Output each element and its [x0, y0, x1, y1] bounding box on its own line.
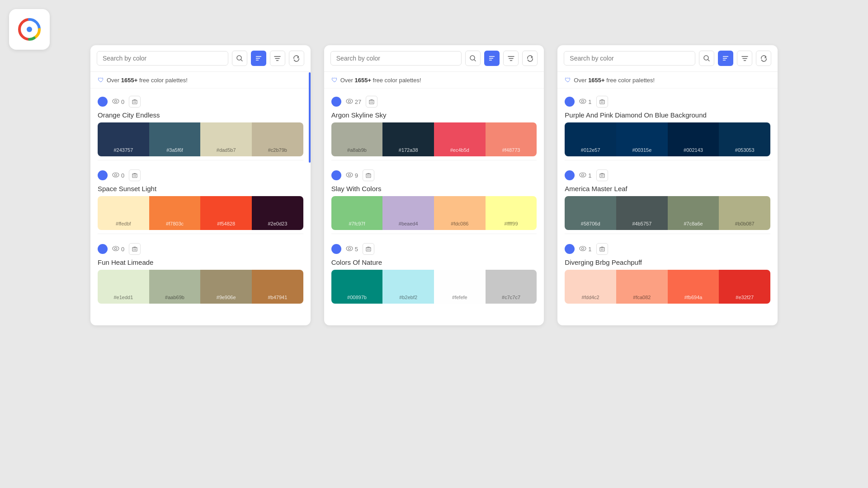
svg-point-14 — [115, 174, 117, 176]
color-swatch[interactable]: #aab69b — [149, 270, 201, 304]
color-swatches[interactable]: #a8ab9b#172a38#ec4b5d#f48773 — [331, 122, 537, 156]
color-swatches[interactable]: #58706d#4b5757#7c8a6e#b0b087 — [565, 196, 770, 230]
info-bar: 🛡 Over 1655+ free color palettes! — [90, 72, 311, 89]
color-swatch[interactable]: #ffff99 — [486, 196, 537, 230]
color-swatch[interactable]: #ec4b5d — [434, 122, 486, 156]
eye-icon — [112, 172, 119, 179]
search-button[interactable] — [699, 51, 714, 66]
search-input[interactable] — [564, 51, 695, 66]
svg-point-73 — [582, 248, 584, 250]
panel-content: 27 Argon Skyline Sky#a8ab9b#172a38#ec4b5… — [324, 89, 544, 311]
delete-button[interactable] — [129, 243, 141, 255]
shield-icon: 🛡 — [565, 76, 571, 84]
color-swatch[interactable]: #58706d — [565, 196, 616, 230]
color-swatch[interactable]: #beaed4 — [382, 196, 434, 230]
palette-meta: 1 — [565, 96, 770, 108]
color-swatch[interactable]: #002143 — [668, 122, 719, 156]
color-swatch[interactable]: #c2b79b — [252, 122, 303, 156]
view-count: 1 — [588, 99, 591, 105]
color-swatch[interactable]: #c7c7c7 — [486, 270, 537, 304]
svg-point-47 — [348, 248, 350, 250]
refresh-button[interactable] — [289, 51, 304, 66]
color-swatch[interactable]: #fefefe — [434, 270, 486, 304]
palette-views: 0 — [112, 98, 124, 105]
color-swatches[interactable]: #00897b#b2ebf2#fefefe#c7c7c7 — [331, 270, 537, 304]
color-swatch[interactable]: #a8ab9b — [331, 122, 383, 156]
color-swatch[interactable]: #7fc97f — [331, 196, 383, 230]
delete-button[interactable] — [366, 96, 377, 108]
search-button[interactable] — [232, 51, 247, 66]
color-swatch[interactable]: #2e0d23 — [252, 196, 303, 230]
color-swatch[interactable]: #3a5f6f — [149, 122, 201, 156]
palette-dot — [98, 244, 108, 254]
svg-point-65 — [580, 173, 586, 177]
color-swatch[interactable]: #b0b087 — [719, 196, 770, 230]
svg-rect-8 — [132, 100, 137, 104]
delete-button[interactable] — [596, 243, 608, 255]
color-swatches[interactable]: #012e57#00315e#002143#053053 — [565, 122, 770, 156]
svg-rect-22 — [132, 248, 137, 251]
color-swatch[interactable]: #243757 — [98, 122, 149, 156]
filter-button[interactable] — [737, 51, 752, 66]
delete-button[interactable] — [363, 243, 374, 255]
color-swatch[interactable]: #e32f27 — [719, 270, 770, 304]
color-swatch[interactable]: #00897b — [331, 270, 383, 304]
sort-button[interactable] — [718, 51, 733, 66]
color-swatches[interactable]: #ffedbf#f7803c#f54828#2e0d23 — [98, 196, 303, 230]
svg-point-7 — [115, 100, 117, 103]
color-swatch[interactable]: #ffedbf — [98, 196, 149, 230]
palette-dot — [331, 97, 341, 107]
color-swatches[interactable]: #e1edd1#aab69b#9e906e#b47941 — [98, 270, 303, 304]
color-swatch[interactable]: #f48773 — [486, 122, 537, 156]
color-swatch[interactable]: #012e57 — [565, 122, 616, 156]
color-swatch[interactable]: #9e906e — [200, 270, 252, 304]
color-swatch[interactable]: #00315e — [616, 122, 668, 156]
sort-button[interactable] — [484, 51, 500, 66]
color-swatch[interactable]: #fca082 — [616, 270, 668, 304]
eye-icon — [346, 98, 353, 105]
color-swatch[interactable]: #e1edd1 — [98, 270, 149, 304]
palette-divider — [565, 234, 770, 234]
shield-icon: 🛡 — [331, 76, 338, 84]
color-swatch[interactable]: #172a38 — [382, 122, 434, 156]
color-swatch[interactable]: #fb694a — [668, 270, 719, 304]
color-swatch[interactable]: #4b5757 — [616, 196, 668, 230]
info-text: Over 1655+ free color palettes! — [574, 77, 655, 84]
color-swatches[interactable]: #fdd4c2#fca082#fb694a#e32f27 — [565, 270, 770, 304]
delete-button[interactable] — [129, 169, 141, 181]
svg-point-21 — [115, 248, 117, 250]
view-count: 0 — [121, 246, 124, 253]
palette-dot — [565, 170, 575, 180]
palette-views: 0 — [112, 172, 124, 179]
delete-button[interactable] — [596, 169, 608, 181]
delete-button[interactable] — [129, 96, 141, 108]
color-swatch[interactable]: #f7803c — [149, 196, 201, 230]
search-input[interactable] — [97, 51, 228, 66]
svg-point-32 — [346, 99, 353, 103]
palette-meta: 1 — [565, 243, 770, 255]
color-swatches[interactable]: #243757#3a5f6f#dad5b7#c2b79b — [98, 122, 303, 156]
search-input[interactable] — [330, 51, 462, 66]
filter-button[interactable] — [503, 51, 519, 66]
delete-button[interactable] — [363, 169, 374, 181]
refresh-button[interactable] — [756, 51, 771, 66]
color-swatch[interactable]: #b2ebf2 — [382, 270, 434, 304]
palette-divider — [331, 234, 537, 234]
color-swatches[interactable]: #7fc97f#beaed4#fdc086#ffff99 — [331, 196, 537, 230]
color-swatch[interactable]: #dad5b7 — [200, 122, 252, 156]
sort-button[interactable] — [251, 51, 266, 66]
color-swatch[interactable]: #f54828 — [200, 196, 252, 230]
view-count: 0 — [121, 99, 124, 105]
color-swatch[interactable]: #b47941 — [252, 270, 303, 304]
shield-icon: 🛡 — [98, 76, 104, 84]
delete-button[interactable] — [596, 96, 608, 108]
color-swatch[interactable]: #fdd4c2 — [565, 270, 616, 304]
panel-3: 🛡 Over 1655+ free color palettes! 1 Purp… — [557, 45, 778, 325]
color-swatch[interactable]: #053053 — [719, 122, 770, 156]
color-swatch[interactable]: #7c8a6e — [668, 196, 719, 230]
refresh-button[interactable] — [522, 51, 538, 66]
filter-button[interactable] — [270, 51, 285, 66]
palette-dot — [98, 170, 108, 180]
color-swatch[interactable]: #fdc086 — [434, 196, 486, 230]
search-button[interactable] — [465, 51, 481, 66]
